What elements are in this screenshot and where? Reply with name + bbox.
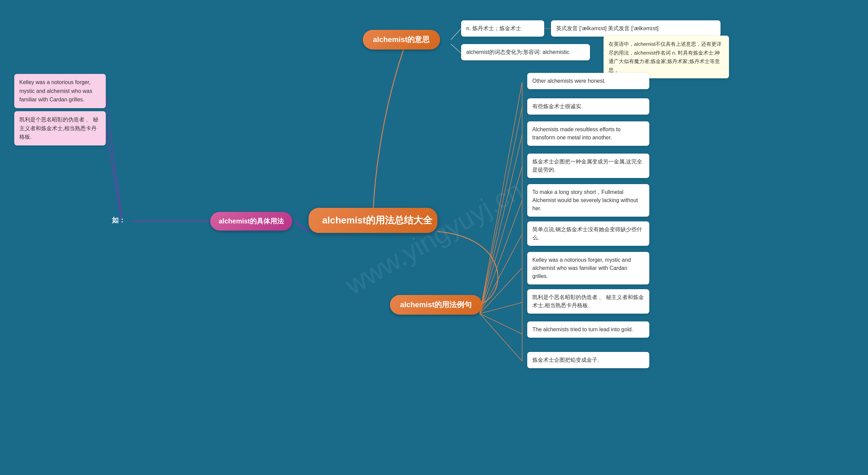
example3-cn-node: 简单点说,钢之炼金术士没有她会变得缺少些什么. [527,221,649,246]
svg-line-9 [480,107,522,314]
meaning-title-node[interactable]: alchemist的意思 [363,30,440,50]
example2-en-node: Alchemists made resultless efforts to tr… [527,121,649,146]
watermark: www.yingyuyj.cn [340,174,528,301]
example5-en-node: The alchemists tried to turn lead into g… [527,321,649,338]
svg-line-4 [295,221,309,232]
svg-line-12 [480,200,522,314]
example3-en-node: To make a long story short，Fullmetal Alc… [527,184,649,217]
svg-line-16 [480,314,522,334]
pronunciation-node: 英式发音 [ˈælkəmɪst] 美式发音 [ˈælkəmɪst] [551,20,721,37]
svg-line-10 [480,135,522,314]
svg-line-6 [105,90,122,221]
examples-title-node[interactable]: alchemist的用法例句 [390,295,482,315]
connections-svg [0,0,868,475]
definition-node: n. 炼丹术士；炼金术士 [461,20,544,37]
svg-line-13 [480,234,522,314]
example4-en-node: Kelley was a notorious forger, mystic an… [527,252,649,284]
left-card-en-node: Kelley was a notorious forger, mystic an… [14,74,106,108]
svg-line-17 [480,314,522,361]
example1-cn-node: 有些炼金术士很诚实. [527,98,649,115]
example1-en-node: Other alchemists were honest. [527,73,649,89]
word-form-node: alchemist的词态变化为:形容词: alchemistic [461,44,590,60]
svg-line-8 [480,82,522,314]
central-node[interactable]: alchemist的用法总结大全 [309,208,437,233]
svg-line-7 [105,125,122,221]
example4-cn-node: 凯利是个恶名昭彰的伪造者 、 秘主义者和炼金术士,相当熟悉卡丹格板. [527,289,649,314]
svg-line-0 [451,28,461,40]
example2-cn-node: 炼金术士企图把一种金属变成另一金属,这完全是徒劳的. [527,154,649,178]
svg-line-15 [480,302,522,314]
left-card-cn-node: 凯利是个恶名昭彰的伪造者 、 秘主义者和炼金术士,相当熟悉卡丹格板. [14,111,106,145]
svg-line-14 [480,268,522,314]
svg-line-2 [451,44,461,53]
meaning-detail-node: 在英语中，alchemist不仅具有上述意思，还有更详尽的用法，alchemis… [604,36,729,78]
example5-cn-node: 炼金术士企图把铅变成金子. [527,352,649,368]
ru-label: 如： [112,216,125,225]
svg-line-11 [480,166,522,314]
usage-title-node[interactable]: alchemist的具体用法 [210,212,292,231]
